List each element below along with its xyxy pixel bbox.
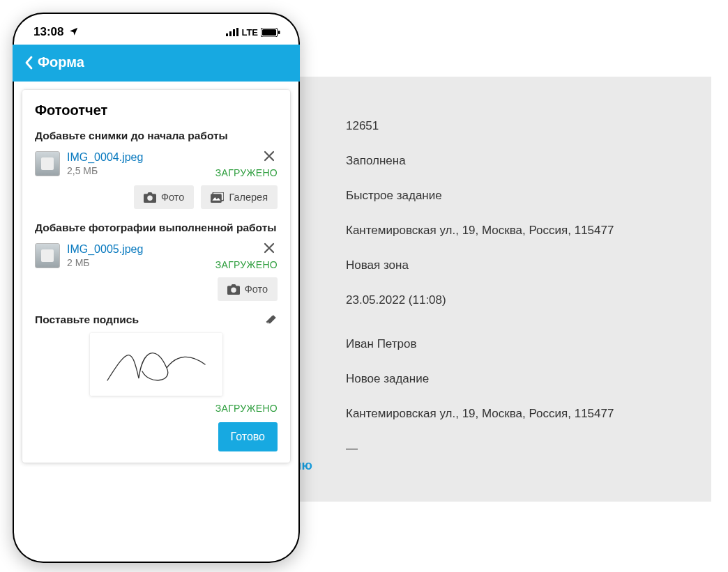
location-icon — [69, 26, 79, 36]
phone-mock: 13:08 LTE Форма Фотоотчет Добавьте снимк… — [13, 13, 300, 563]
signature-drawing — [100, 340, 212, 389]
svg-rect-0 — [226, 33, 228, 36]
camera-icon — [227, 284, 240, 295]
file-name[interactable]: IMG_0004.jpeg — [67, 151, 208, 164]
task-state: Заполнена — [346, 153, 690, 169]
task-dash: — — [346, 441, 690, 456]
chevron-left-icon[interactable] — [24, 56, 33, 70]
photo-button[interactable]: Фото — [134, 185, 194, 209]
upload-status: ЗАГРУЖЕНО — [215, 259, 278, 270]
section-after-label: Добавьте фотографии выполненной работы — [35, 222, 278, 234]
task-person: Иван Петров — [346, 337, 690, 352]
task-name: Новое задание — [346, 371, 690, 387]
file-name[interactable]: IMG_0005.jpeg — [67, 243, 208, 256]
file-thumbnail[interactable] — [35, 151, 60, 176]
done-button[interactable]: Готово — [218, 422, 278, 451]
signal-icon — [226, 28, 238, 36]
camera-icon — [144, 192, 156, 203]
gallery-icon — [211, 192, 224, 203]
file-size: 2,5 МБ — [67, 165, 208, 176]
form-card: Фотоотчет Добавьте снимки до начала рабо… — [22, 90, 290, 463]
photo-button[interactable]: Фото — [218, 277, 278, 301]
task-id: 12651 — [346, 118, 690, 134]
signature-canvas[interactable] — [90, 333, 222, 396]
file-size: 2 МБ — [67, 257, 208, 268]
upload-status: ЗАГРУЖЕНО — [215, 167, 278, 178]
signature-status: ЗАГРУЖЕНО — [35, 403, 278, 414]
gallery-button[interactable]: Галерея — [201, 185, 278, 209]
status-time: 13:08 — [33, 25, 79, 39]
nav-back-label[interactable]: Форма — [38, 54, 84, 70]
battery-icon — [261, 28, 280, 37]
svg-rect-5 — [262, 29, 276, 36]
svg-rect-3 — [236, 28, 238, 36]
task-address: Кантемировская ул., 19, Москва, Россия, … — [346, 223, 690, 238]
svg-rect-2 — [233, 29, 235, 36]
remove-file-button[interactable] — [261, 149, 278, 163]
card-title: Фотоотчет — [35, 102, 278, 118]
task-zone: Новая зона — [346, 258, 690, 273]
file-thumbnail[interactable] — [35, 243, 60, 268]
task-details-panel: 12651 Заполнена Быстрое задание Кантемир… — [265, 77, 711, 502]
task-type: Быстрое задание — [346, 188, 690, 203]
remove-file-button[interactable] — [261, 241, 278, 255]
task-address-2: Кантемировская ул., 19, Москва, Россия, … — [346, 406, 690, 422]
nav-bar: Форма — [13, 45, 300, 82]
svg-rect-1 — [229, 31, 232, 36]
eraser-icon — [265, 314, 278, 326]
task-date: 23.05.2022 (11:08) — [346, 293, 690, 308]
close-icon — [264, 242, 275, 254]
status-bar: 13:08 LTE — [13, 13, 300, 45]
file-row-2: IMG_0005.jpeg 2 МБ ЗАГРУЖЕНО — [35, 241, 278, 270]
erase-signature-button[interactable] — [265, 314, 278, 326]
section-before-label: Добавьте снимки до начала работы — [35, 130, 278, 142]
network-label: LTE — [241, 27, 258, 38]
signature-label: Поставьте подпись — [35, 314, 139, 326]
status-indicators: LTE — [226, 27, 280, 38]
svg-rect-6 — [278, 31, 280, 34]
close-icon — [264, 150, 275, 162]
svg-rect-7 — [211, 194, 222, 203]
file-row-1: IMG_0004.jpeg 2,5 МБ ЗАГРУЖЕНО — [35, 149, 278, 178]
